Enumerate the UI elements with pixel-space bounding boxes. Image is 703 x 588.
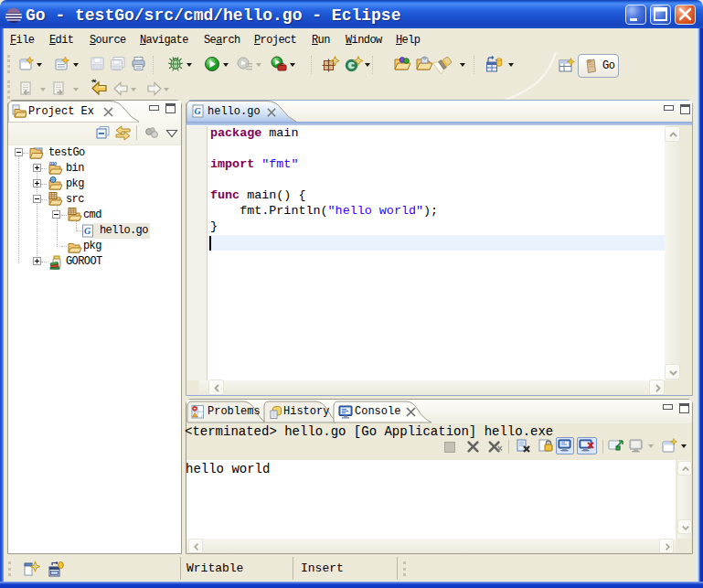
svg-text:G: G — [195, 106, 202, 116]
svg-text:010: 010 — [49, 161, 57, 166]
